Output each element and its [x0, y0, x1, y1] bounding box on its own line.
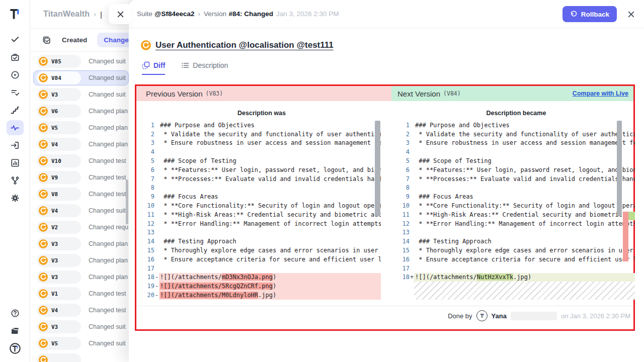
version-badge: [37, 353, 81, 362]
version-number: V84: [51, 75, 61, 81]
version-badge: V8: [37, 188, 81, 201]
version-change-label: Changed suit: [89, 340, 126, 347]
version-number: V6: [51, 108, 58, 115]
check-icon[interactable]: [7, 32, 24, 47]
version-change-label: Changed suit: [89, 58, 126, 65]
breadcrumb-suite-id[interactable]: @Sf84eeca2: [154, 10, 194, 18]
compare-with-live-link[interactable]: Compare with Live: [573, 90, 628, 97]
version-row[interactable]: V2 Changed requ: [33, 220, 129, 235]
previous-version-title: Previous Version: [146, 89, 203, 98]
copy-check-icon[interactable]: [42, 36, 51, 44]
refresh-icon: [39, 90, 48, 99]
diff-line: 12 * **Error Handling:** Management of i…: [142, 219, 381, 228]
diff-line: 18-![](/attachments/mD3Nx3nOJa.png): [142, 273, 381, 282]
entity-title-link[interactable]: User Authentication @localisation @test1…: [155, 40, 334, 50]
diff-line: 6 * **Features:** User login, password r…: [142, 165, 381, 174]
refresh-icon: [39, 306, 48, 315]
next-version-tag: (V84): [443, 90, 461, 97]
refresh-icon: [39, 256, 48, 265]
scrollbar-thumb[interactable]: [617, 121, 622, 216]
rollback-label: Rollback: [581, 11, 609, 18]
rollback-icon: [570, 11, 578, 18]
version-row[interactable]: V3 Changed plan: [33, 236, 129, 251]
tab-description[interactable]: Description: [181, 61, 228, 75]
next-description-pane: 1### Purpose and Objectives2 * Validate …: [397, 121, 635, 300]
previous-description-pane: 1### Purpose and Objectives2 * Validate …: [142, 121, 381, 300]
help-icon[interactable]: [7, 306, 24, 321]
version-row[interactable]: V4 Changed plan: [33, 137, 129, 152]
gear-icon[interactable]: [7, 191, 24, 206]
next-version-title: Next Version: [397, 89, 440, 98]
redacted-user-surname: [511, 312, 557, 320]
logo-avatar-icon[interactable]: [7, 341, 24, 356]
diff-line: 7 * **Processes:** Evaluate valid and in…: [142, 174, 381, 184]
version-detail-modal: Suite @Sf84eeca2 › Version #84: Changed …: [129, 0, 644, 362]
panel-close-button[interactable]: [109, 4, 132, 24]
pulse-activity-icon[interactable]: [7, 120, 24, 135]
refresh-icon: [39, 156, 48, 165]
diff-line: 3 * Ensure robustness in user access and…: [397, 139, 635, 148]
version-row[interactable]: V3 Changed plan: [33, 253, 129, 268]
version-row[interactable]: V9 Changed test: [33, 170, 129, 185]
version-change-label: Changed test: [89, 174, 126, 181]
version-row[interactable]: V10 Changed test: [33, 153, 129, 168]
list-icon: [181, 61, 189, 69]
branch-icon[interactable]: [7, 173, 24, 188]
breadcrumb-date: Jan 3, 2026 2:30 PM: [276, 10, 339, 18]
login-arrow-icon[interactable]: [7, 138, 24, 153]
version-row[interactable]: V84 Changed suit: [33, 70, 129, 85]
diff-line: 2 * Validate the security and functional…: [397, 130, 635, 139]
version-row[interactable]: V4 Changed test: [33, 303, 129, 318]
diff-line: 4: [142, 147, 381, 156]
refresh-icon: [39, 123, 48, 132]
refresh-icon: [39, 190, 48, 199]
diff-code-right: 1### Purpose and Objectives2 * Validate …: [397, 121, 635, 300]
modal-close-button[interactable]: [626, 9, 636, 19]
tab-created[interactable]: Created: [62, 36, 87, 44]
version-row[interactable]: V5 Changed suit: [33, 336, 129, 351]
user-avatar: [476, 310, 488, 321]
done-by-user: Yana: [492, 312, 507, 320]
tab-diff[interactable]: Diff: [142, 61, 165, 75]
titan-logo-icon[interactable]: [7, 6, 24, 21]
diff-line: 8: [397, 184, 635, 193]
version-row[interactable]: V3 Changed suit: [33, 87, 129, 102]
project-title[interactable]: TitanWealth: [43, 10, 90, 19]
steps-icon[interactable]: [7, 103, 24, 118]
diff-line: 1### Purpose and Objectives: [142, 121, 381, 130]
version-badge: V4: [37, 304, 81, 317]
close-icon: [627, 11, 635, 18]
diff-line: 4: [397, 147, 635, 156]
version-change-label: Changed plan: [89, 274, 128, 281]
scrollbar-thumb[interactable]: [375, 121, 380, 216]
version-change-label: Changed suit: [89, 91, 126, 98]
done-by-row: Done by Yana on Jan 3, 2026 2:30 PM: [448, 310, 630, 321]
entity-title-row: User Authentication @localisation @test1…: [129, 28, 644, 50]
version-row[interactable]: V1 Changed test: [33, 286, 129, 301]
diff-line: 10 * **Core Functionality:** Security of…: [142, 201, 381, 210]
folder-stack-icon[interactable]: [7, 323, 24, 338]
refresh-icon: [39, 355, 48, 362]
version-row[interactable]: [33, 352, 129, 362]
version-row[interactable]: V6 Changed plan: [33, 104, 129, 119]
play-circle-icon[interactable]: [7, 67, 24, 82]
version-badge: V4: [37, 138, 81, 151]
version-change-label: Changed plan: [89, 240, 128, 247]
briefcase-check-icon[interactable]: [7, 50, 24, 65]
version-change-label: Changed suit: [89, 207, 126, 214]
diff-line: 6 * **Features:** User login, password r…: [397, 165, 635, 174]
version-row[interactable]: V4 Changed suit: [33, 203, 129, 218]
version-row[interactable]: V8 Changed test: [33, 187, 129, 202]
version-number: V4: [51, 208, 58, 214]
version-row[interactable]: V3 Changed suit: [33, 319, 129, 334]
version-row[interactable]: V85 Changed suit: [33, 54, 129, 69]
rollback-button[interactable]: Rollback: [562, 6, 617, 22]
version-change-label: Changed test: [89, 157, 126, 164]
list-check-icon[interactable]: [7, 85, 24, 100]
panel-scrollbar-thumb[interactable]: [126, 179, 128, 224]
breadcrumb-truncated-text: |: [100, 10, 102, 19]
version-row[interactable]: V5 Changed plan: [33, 120, 129, 135]
bar-chart-icon[interactable]: [7, 155, 24, 170]
version-number: V4: [51, 307, 58, 314]
version-row[interactable]: V3 Changed plan: [33, 269, 129, 285]
